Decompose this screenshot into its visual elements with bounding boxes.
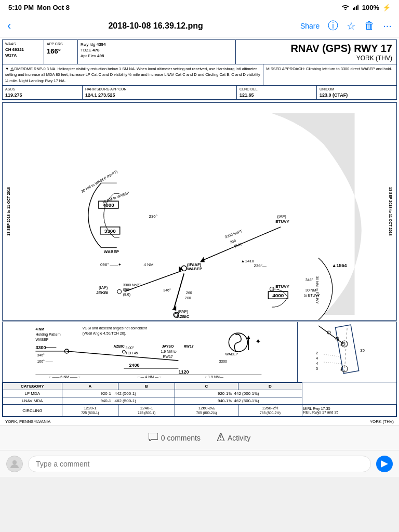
svg-text:TCH 45: TCH 45: [125, 351, 138, 355]
waas-label: WAAS: [5, 42, 41, 47]
freq-harrisburg: HARRISBURG APP CON 124.1 273.525: [83, 86, 237, 99]
signal-icon: [353, 4, 359, 11]
svg-text:RW17: RW17: [163, 355, 172, 358]
back-button[interactable]: ‹: [7, 19, 11, 33]
svg-text:WABEP: WABEP: [187, 267, 203, 272]
svg-text:(FAF): (FAF): [178, 309, 188, 314]
nav-bar: ‹ 2018-10-08 16.39.12.png Share ⓘ ☆ 🗑 ··…: [0, 15, 399, 37]
profile-svg: 4 NM Holding Pattern WABEP VGSI and desc…: [5, 324, 295, 379]
svg-text:35: 35: [360, 348, 365, 353]
svg-text:10 NM to WABEP: 10 NM to WABEP: [102, 191, 130, 204]
lnav-mda-row: LNAV MDA 940-1 462 (500-1) 940-1⅜ 462 (5…: [3, 397, 396, 405]
svg-text:Holding Pattern: Holding Pattern: [35, 332, 60, 337]
send-button[interactable]: [376, 456, 393, 472]
svg-line-114: [318, 326, 343, 344]
svg-text:2: 2: [316, 351, 318, 355]
svg-text:AZBIC: AZBIC: [177, 314, 190, 319]
svg-text:096° ——✦: 096° ——✦: [100, 262, 122, 267]
svg-marker-3: [357, 5, 358, 10]
svg-text:RW17: RW17: [183, 344, 193, 348]
info-icon[interactable]: ⓘ: [328, 19, 338, 33]
time: 5:10 PM: [8, 4, 34, 11]
svg-marker-0: [353, 8, 354, 10]
svg-text:4 NM: 4 NM: [144, 263, 154, 268]
user-avatar: [6, 456, 23, 472]
battery: 100%: [362, 4, 379, 11]
chart-area: WAAS CH 69321 W17A APP CRS 166° Rwy ldg …: [0, 37, 399, 425]
circling-d: 1260-2½765 (800-2½): [238, 405, 302, 417]
svg-text:096°: 096°: [123, 288, 131, 291]
lower-section: 4 NM Holding Pattern WABEP VGSI and desc…: [3, 322, 396, 382]
svg-line-127: [324, 354, 342, 357]
minimums-header-row: CATEGORY A B C D: [3, 383, 396, 390]
footer-left: YORK, PENNSYLVANIA: [5, 419, 50, 424]
svg-marker-1: [354, 7, 355, 10]
chart-header: WAAS CH 69321 W17A APP CRS 166° Rwy ldg …: [2, 39, 397, 100]
svg-text:ETUVY: ETUVY: [275, 284, 289, 289]
svg-text:166° ——: 166° ——: [37, 360, 52, 363]
battery-icon: ⚡: [382, 4, 391, 11]
waas-w17a: W17A: [5, 52, 41, 58]
category-header: CATEGORY: [3, 383, 62, 390]
svg-marker-19: [200, 257, 205, 262]
svg-text:2400: 2400: [129, 363, 139, 368]
activity-label: Activity: [228, 434, 250, 442]
svg-text:✦: ✦: [255, 337, 261, 345]
comments-action[interactable]: 0 comments: [149, 433, 201, 443]
svg-text:(VGSI Angle 4.50/TCH 20).: (VGSI Angle 4.50/TCH 20).: [82, 331, 126, 336]
freq-asos: ASOS 119.275: [3, 86, 83, 99]
svg-rect-112: [335, 325, 358, 374]
svg-point-131: [220, 439, 221, 440]
svg-text:4 NM: 4 NM: [35, 327, 44, 331]
svg-marker-133: [381, 460, 388, 468]
chart-title: RNAV (GPS) RWY 17: [290, 42, 392, 55]
lp-mda-label: LP MDA: [3, 390, 62, 397]
svg-text:346°: 346°: [163, 288, 171, 292]
rwy-info: Rwy ldg 4394 TDZE 478 Apt Elev 495: [78, 40, 236, 64]
svg-text:WABEP: WABEP: [35, 338, 48, 341]
app-crs: APP CRS 166°: [44, 40, 78, 64]
chart-lower: 4 NM Holding Pattern WABEP VGSI and desc…: [2, 322, 397, 417]
nav-actions: Share ⓘ ☆ 🗑 ···: [300, 19, 392, 33]
waas-info: WAAS CH 69321 W17A: [3, 40, 44, 64]
svg-text:3300: 3300: [219, 360, 227, 363]
chart-notes-right: MISSED APPROACH: Climbing left turn to 3…: [263, 64, 396, 85]
more-icon[interactable]: ···: [383, 20, 392, 32]
svg-text:←— 4 NM —→: ←— 4 NM —→: [137, 375, 162, 379]
svg-text:3300 NoPT: 3300 NoPT: [123, 283, 142, 287]
comment-icon: [149, 433, 158, 443]
star-icon[interactable]: ☆: [347, 20, 356, 32]
svg-text:30 NM to WABEP (NoPT): 30 NM to WABEP (NoPT): [81, 170, 118, 194]
svg-text:←1.9 NM—: ←1.9 NM—: [204, 375, 223, 379]
activity-action[interactable]: Activity: [217, 433, 250, 443]
circling-c: 1260-2¼765 (800-2¼): [175, 405, 238, 417]
lnav-mda-label: LNAV MDA: [3, 397, 62, 405]
faa-chart: WAAS CH 69321 W17A APP CRS 166° Rwy ldg …: [0, 39, 399, 425]
svg-text:ETUVY: ETUVY: [275, 219, 289, 224]
svg-point-23: [117, 289, 122, 294]
svg-text:WABEP: WABEP: [225, 352, 238, 356]
svg-text:VGSI and descent angles not co: VGSI and descent angles not coincident: [82, 326, 147, 330]
svg-text:4: 4: [316, 362, 318, 365]
plan-view: 13 SEP 2018 to 11 OCT 2018 13 SEP 2018 t…: [2, 102, 397, 321]
svg-text:←—— 6 NM ——→: ←—— 6 NM ——→: [48, 375, 81, 379]
comment-input-field[interactable]: [28, 456, 371, 472]
svg-point-132: [12, 460, 17, 464]
footer-right: YORK (THV): [370, 419, 394, 424]
svg-text:346°: 346°: [37, 353, 45, 357]
svg-text:3.00°: 3.00°: [125, 346, 134, 350]
svg-text:▲1864: ▲1864: [332, 263, 347, 269]
trash-icon[interactable]: 🗑: [364, 20, 375, 32]
cat-a-header: A: [62, 383, 118, 390]
share-button[interactable]: Share: [300, 22, 320, 30]
circling-b: 1240-1745 (800-1): [118, 405, 175, 417]
lp-mda-ab: 920-1 442 (500-1): [62, 390, 175, 397]
svg-text:AZBIC: AZBIC: [113, 344, 124, 348]
nav-title: 2018-10-08 16.39.12.png: [108, 21, 203, 31]
svg-text:200: 200: [185, 296, 191, 300]
svg-point-13: [181, 266, 187, 271]
circling-row: CIRCLING 1220-1725 (800-1) 1240-1745 (80…: [3, 405, 396, 417]
freq-unicom: UNICOM 123.0 (CTAF): [317, 86, 396, 99]
runway-view: 35 ① ① 2 4 4 5: [298, 322, 396, 382]
circling-label: CIRCLING: [3, 405, 62, 417]
